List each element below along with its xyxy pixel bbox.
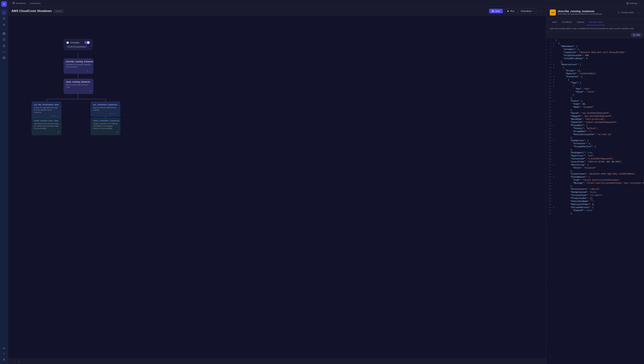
ec2-shutdown-title: ec2_shutdown_instances	[93, 103, 118, 106]
panel-description: Open the sample editor to get a sample f…	[546, 25, 644, 32]
edit-button[interactable]: Edit	[631, 33, 642, 37]
run-button[interactable]: Run	[504, 9, 518, 14]
workflow-area: AWS CloudCosts Shutdown Modified Save Ru…	[8, 7, 644, 364]
executions-button[interactable]: Executions	[518, 9, 537, 14]
zoom-in-icon[interactable]: +	[14, 360, 16, 363]
describe-node-title: describe_running_instances	[66, 60, 91, 63]
tab-sample-result[interactable]: Sample result	[587, 19, 605, 25]
ec2-shutdown-more-icon[interactable]: —	[116, 113, 118, 115]
ec2-shutdown-code-icon[interactable]: </>	[112, 113, 115, 115]
event-shutdown-add-icon[interactable]: ⊕	[116, 131, 118, 133]
code-line: 31 "GroupName": "",	[546, 130, 644, 133]
code-line: 17 "Key": "key",	[546, 87, 644, 90]
code-line: 50 "Architecture": "x86_64",	[546, 188, 644, 191]
code-line: 58 },	[546, 212, 644, 215]
header-actions: Save Run Executions ⋯	[489, 9, 543, 14]
panel-tabs: Input Conditions Options Sample result	[546, 19, 644, 25]
describe-more-icon[interactable]: —	[89, 70, 91, 72]
tab-options[interactable]: Options	[574, 19, 587, 25]
ec2-del-sync-icon[interactable]: ⟳	[51, 115, 52, 117]
clean-add-icon[interactable]: ⊕	[90, 90, 91, 92]
sidebar-item-workflows[interactable]: ⊞	[1, 10, 7, 15]
clean-node-desc: Build a custom task running is Code	[66, 84, 91, 88]
sidebar-user-icon[interactable]	[1, 357, 7, 362]
ec2-del-more-icon[interactable]: —	[57, 115, 59, 117]
svg-rect-2	[4, 33, 5, 34]
sidebar-item-variables[interactable]	[1, 49, 7, 55]
change-action-button[interactable]: Change action	[616, 11, 635, 14]
svg-point-0	[3, 18, 5, 20]
event-remove-footer: ⊕	[34, 131, 59, 133]
panel-action-title: describe_running_instances	[558, 10, 602, 13]
code-line: 40 "InstanceId": "i-0123456789abcdef0",	[546, 157, 644, 160]
sidebar-item-templates[interactable]	[1, 37, 7, 42]
code-line: 55 "AmiLaunchIndex": 0,	[546, 203, 644, 206]
workflow-canvas[interactable]: 🕐 Schedule 19:30 | Europe/Madrid describ…	[8, 16, 546, 358]
sidebar-expand-icon[interactable]: ≫	[1, 345, 7, 351]
settings-button[interactable]: Settings	[625, 1, 641, 5]
ec2-del-desc: Deletes the specified set of tags from t…	[34, 107, 59, 114]
code-line: 6 "httpStatusCode": 200,	[546, 54, 644, 57]
topnav-workflows[interactable]: Workflows	[11, 1, 28, 6]
code-line: 25 "VpcId": "vpc-0123456789abcdef0",	[546, 112, 644, 115]
describe-node[interactable]: describe_running_instances Describes the…	[64, 59, 93, 74]
canvas-header: AWS CloudCosts Shutdown Modified Save Ru…	[8, 7, 546, 16]
sidebar-item-search[interactable]	[1, 16, 7, 21]
sidebar-item-integrations[interactable]	[1, 31, 7, 36]
ec2-shutdown-node[interactable]: ec2_shutdown_instances Stops an Amazon E…	[91, 102, 120, 117]
clean-node[interactable]: clean_running_instances Build a custom t…	[64, 79, 93, 94]
canvas-panel: AWS CloudCosts Shutdown Modified Save Ru…	[8, 7, 546, 364]
sidebar: n ⊞ ≫ ?	[0, 0, 8, 364]
sidebar-item-executions-nav[interactable]	[1, 22, 7, 27]
panel-header: aws describe_running_instances Describes…	[546, 7, 644, 19]
event-shutdown-desc: Creates a busnewt in DT with the informa…	[93, 123, 118, 130]
ec2-del-node[interactable]: ec2_del_termination_date Deletes the spe…	[32, 102, 61, 119]
schedule-node-title: Schedule	[70, 41, 80, 44]
sidebar-bottom-section: ≫ ?	[1, 345, 7, 363]
schedule-toggle[interactable]	[84, 41, 90, 44]
right-panel: aws describe_running_instances Describes…	[546, 7, 644, 364]
code-line: 34▼ "CpuOptions": {	[546, 139, 644, 142]
save-button[interactable]: Save	[489, 9, 503, 13]
event-remove-add-icon[interactable]: ⊕	[58, 131, 59, 133]
zoom-out-icon[interactable]: −	[11, 360, 12, 363]
svg-point-6	[4, 58, 4, 58]
code-line: 47 "Code": "Client.UserInitiatedShutdown…	[546, 179, 644, 182]
panel-more-button[interactable]: ⋯	[636, 10, 641, 15]
code-line: 57 "Enabled": false	[546, 209, 644, 212]
code-line: 8 },	[546, 60, 644, 63]
code-line: 28 "SubnetId": "subnet-0123456789abcdef0…	[546, 121, 644, 124]
describe-node-footer: ⟳ —	[66, 70, 91, 72]
app-logo: n	[1, 1, 7, 7]
event-shutdown-node[interactable]: event_shutdown_instances Creates a busne…	[91, 118, 120, 135]
topnav-executions[interactable]: Executions	[28, 1, 42, 5]
svg-rect-11	[14, 3, 14, 4]
code-line: 16▼ {	[546, 84, 644, 87]
describe-sync-icon[interactable]: ⟳	[87, 70, 88, 72]
code-line: 43 "State": "disabled"	[546, 166, 644, 169]
tab-conditions[interactable]: Conditions	[559, 19, 574, 25]
code-line: 18 "Value": "value"	[546, 90, 644, 94]
fit-view-icon[interactable]: ⊡	[18, 360, 20, 363]
sidebar-item-credentials[interactable]	[1, 43, 7, 49]
svg-point-12	[627, 3, 628, 4]
svg-rect-4	[4, 34, 5, 35]
sidebar-item-settings-side[interactable]	[1, 55, 7, 61]
ec2-del-code-icon[interactable]: </>	[54, 115, 56, 117]
more-options-button[interactable]: ⋯	[538, 9, 543, 14]
event-remove-node[interactable]: event_remove_term_date information of th…	[32, 118, 61, 135]
svg-rect-5	[3, 46, 5, 47]
sidebar-help-icon[interactable]: ?	[1, 351, 7, 356]
code-line: 10▼ {	[546, 66, 644, 69]
schedule-node[interactable]: 🕐 Schedule 19:30 | Europe/Madrid	[64, 39, 92, 50]
code-line: 45 "ClientToken": "abcd1234-ef56-78gh-90…	[546, 172, 644, 175]
code-line: 38 "EnaSupport": true,	[546, 151, 644, 154]
code-editor[interactable]: Edit 1[2▼ {3▼ "$metadata": {4 "attempts"…	[546, 32, 644, 364]
ec2-shutdown-sync-icon[interactable]: ⟳	[110, 113, 112, 115]
tab-input[interactable]: Input	[550, 19, 559, 25]
code-line: 12 "OwnerId": "123456789012",	[546, 72, 644, 75]
svg-marker-13	[508, 10, 509, 12]
modified-badge: Modified	[54, 10, 64, 13]
code-line: 24 },	[546, 109, 644, 112]
code-line: 4 "attempts": 1,	[546, 48, 644, 51]
